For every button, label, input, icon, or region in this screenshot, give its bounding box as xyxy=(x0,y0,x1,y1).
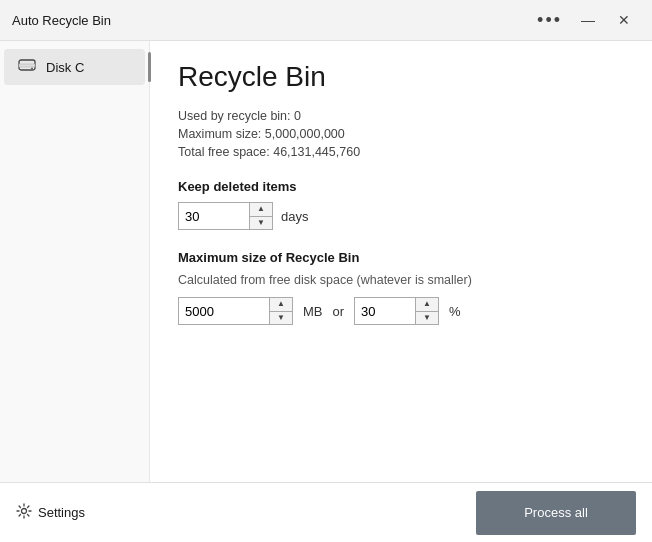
minimize-button[interactable]: — xyxy=(572,6,604,34)
max-size-sublabel: Calculated from free disk space (whateve… xyxy=(178,273,624,287)
title-bar: Auto Recycle Bin ••• — ✕ xyxy=(0,0,652,40)
close-button[interactable]: ✕ xyxy=(608,6,640,34)
keep-deleted-input[interactable] xyxy=(179,203,249,229)
app-title: Auto Recycle Bin xyxy=(12,13,111,28)
mb-input[interactable] xyxy=(179,298,269,324)
svg-point-3 xyxy=(22,509,27,514)
keep-deleted-spinner-group: ▲ ▼ days xyxy=(178,202,624,230)
footer: Settings Process all xyxy=(0,482,652,542)
title-bar-controls: ••• — ✕ xyxy=(531,6,640,34)
info-used: Used by recycle bin: 0 xyxy=(178,109,624,123)
more-options-icon[interactable]: ••• xyxy=(531,8,568,33)
sidebar-item-disk-c[interactable]: Disk C xyxy=(4,49,145,85)
gear-icon xyxy=(16,503,32,522)
info-free-space: Total free space: 46,131,445,760 xyxy=(178,145,624,159)
sidebar: Disk C xyxy=(0,41,150,482)
content-area: Recycle Bin Used by recycle bin: 0 Maxim… xyxy=(150,41,652,482)
max-size-section: Maximum size of Recycle Bin Calculated f… xyxy=(178,250,624,325)
keep-deleted-spinner-buttons: ▲ ▼ xyxy=(249,203,272,229)
percent-spinner: ▲ ▼ xyxy=(354,297,439,325)
mb-spinner: ▲ ▼ xyxy=(178,297,293,325)
keep-deleted-label: Keep deleted items xyxy=(178,179,624,194)
mb-spinner-buttons: ▲ ▼ xyxy=(269,298,292,324)
title-bar-left: Auto Recycle Bin xyxy=(12,13,111,28)
mb-up-button[interactable]: ▲ xyxy=(270,298,292,311)
percent-down-button[interactable]: ▼ xyxy=(416,311,438,325)
svg-point-2 xyxy=(31,68,33,70)
percent-input[interactable] xyxy=(355,298,415,324)
page-title: Recycle Bin xyxy=(178,61,624,93)
main-layout: Disk C Recycle Bin Used by recycle bin: … xyxy=(0,40,652,482)
max-size-inputs-row: ▲ ▼ MB or ▲ ▼ % xyxy=(178,297,624,325)
keep-deleted-up-button[interactable]: ▲ xyxy=(250,203,272,216)
keep-deleted-section: Keep deleted items ▲ ▼ days xyxy=(178,179,624,230)
disk-icon xyxy=(18,57,36,77)
sidebar-item-label: Disk C xyxy=(46,60,84,75)
percent-spinner-buttons: ▲ ▼ xyxy=(415,298,438,324)
mb-unit: MB xyxy=(303,304,323,319)
mb-down-button[interactable]: ▼ xyxy=(270,311,292,325)
keep-deleted-spinner: ▲ ▼ xyxy=(178,202,273,230)
percent-unit: % xyxy=(449,304,461,319)
info-max-size: Maximum size: 5,000,000,000 xyxy=(178,127,624,141)
keep-deleted-down-button[interactable]: ▼ xyxy=(250,216,272,230)
or-connector: or xyxy=(333,304,345,319)
percent-up-button[interactable]: ▲ xyxy=(416,298,438,311)
max-size-label: Maximum size of Recycle Bin xyxy=(178,250,624,265)
settings-label: Settings xyxy=(38,505,85,520)
process-all-button[interactable]: Process all xyxy=(476,491,636,535)
keep-deleted-unit: days xyxy=(281,209,308,224)
svg-rect-1 xyxy=(19,64,35,67)
settings-link[interactable]: Settings xyxy=(16,503,85,522)
